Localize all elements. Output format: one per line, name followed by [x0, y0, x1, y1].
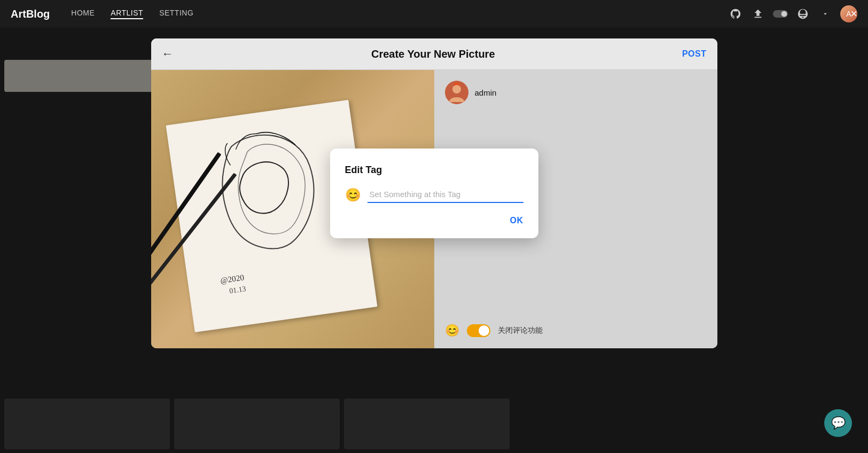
tag-input[interactable]	[367, 186, 523, 203]
navbar: ArtBlog HOME ARTLIST SETTING A ×	[0, 0, 868, 28]
chevron-down-icon[interactable]	[818, 6, 833, 21]
close-icon[interactable]: ×	[850, 7, 857, 21]
dialog-actions: OK	[345, 216, 523, 225]
create-modal: ← Create Your New Picture POST	[151, 38, 717, 348]
nav-home[interactable]: HOME	[71, 9, 95, 19]
upload-icon[interactable]	[750, 6, 765, 21]
chat-icon: 💬	[831, 416, 846, 430]
brand-logo[interactable]: ArtBlog	[11, 8, 50, 20]
ok-button[interactable]: OK	[510, 216, 523, 225]
edit-tag-dialog: Edit Tag 😊 OK	[330, 149, 538, 238]
edit-tag-title: Edit Tag	[345, 165, 523, 176]
edit-tag-overlay: Edit Tag 😊 OK	[151, 38, 717, 348]
edit-tag-input-row: 😊	[345, 186, 523, 203]
toggle-icon[interactable]	[773, 6, 788, 21]
github-icon[interactable]	[728, 6, 743, 21]
float-chat-button[interactable]: 💬	[824, 409, 852, 437]
nav-artlist[interactable]: ARTLIST	[111, 9, 143, 19]
globe-icon[interactable]	[795, 6, 810, 21]
svg-point-1	[781, 11, 787, 17]
create-modal-overlay: ← Create Your New Picture POST	[0, 28, 868, 453]
nav-setting[interactable]: SETTING	[159, 9, 193, 19]
tag-emoji-icon[interactable]: 😊	[345, 188, 361, 202]
nav-links: HOME ARTLIST SETTING	[71, 9, 193, 19]
navbar-right: A	[728, 5, 857, 22]
